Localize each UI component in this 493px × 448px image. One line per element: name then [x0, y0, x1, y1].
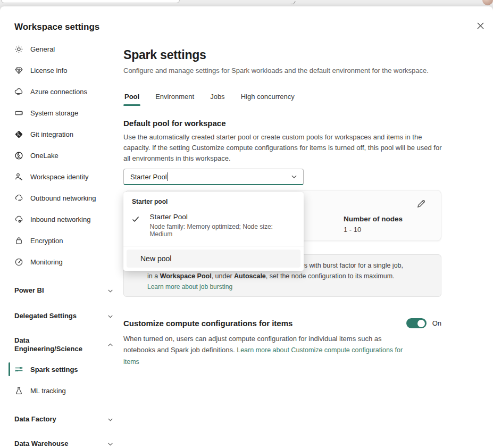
section-label: Data Engineering/Science: [14, 336, 89, 353]
sidebar-item-general[interactable]: General: [9, 38, 114, 60]
license-diamond-icon: [14, 66, 23, 75]
dropdown-option-starter-pool[interactable]: Starter Pool Node family: Memory optimiz…: [123, 209, 304, 243]
pool-dropdown-menu: Starter pool Starter Pool Node family: M…: [123, 192, 304, 271]
onelake-icon: [14, 151, 23, 160]
tab-pool[interactable]: Pool: [123, 90, 140, 107]
dropdown-group-label: Starter pool: [123, 196, 304, 209]
toggle-knob: [417, 320, 425, 327]
sidebar-item-license-info[interactable]: License info: [9, 60, 114, 81]
page-title: Spark settings: [123, 48, 464, 62]
number-of-nodes: Number of nodes 1 - 10: [344, 215, 403, 234]
sidebar-item-label: Git integration: [30, 130, 73, 138]
chevron-down-icon: [107, 416, 114, 423]
cloud-outbound-icon: [14, 194, 23, 203]
sidebar-item-workspace-identity[interactable]: Workspace identity: [9, 166, 114, 187]
sidebar-item-outbound-networking[interactable]: Outbound networking: [9, 187, 114, 209]
sidebar-section-data-factory[interactable]: Data Factory: [9, 409, 114, 430]
chevron-down-icon: [107, 313, 114, 320]
text-caret: [168, 172, 168, 181]
sidebar-section-delegated-settings[interactable]: Delegated Settings: [9, 305, 114, 327]
customize-description: When turned on, users can adjust compute…: [123, 333, 413, 368]
active-tab-indicator: [123, 104, 140, 106]
sidebar-item-spark-settings[interactable]: Spark settings: [9, 359, 114, 380]
section-label: Power BI: [14, 286, 44, 295]
sidebar-item-git-integration[interactable]: Git integration: [9, 123, 114, 145]
sidebar-item-label: ML tracking: [30, 387, 66, 395]
sidebar-item-inbound-networking[interactable]: Inbound networking: [9, 209, 114, 230]
info-line-2: in a Workspace Pool, under Autoscale, se…: [147, 271, 433, 281]
tab-environment[interactable]: Environment: [154, 90, 195, 107]
sidebar-item-label: System storage: [30, 109, 78, 117]
chevron-down-icon: [107, 441, 114, 447]
cloud-connection-icon: [14, 87, 23, 96]
tab-jobs[interactable]: Jobs: [209, 90, 225, 107]
sliders-icon: [14, 365, 23, 374]
pool-combobox[interactable]: Starter Pool: [123, 169, 304, 185]
section-label: Delegated Settings: [14, 312, 77, 320]
dialog-title: Workspace settings: [14, 22, 99, 32]
sidebar-item-label: Monitoring: [30, 258, 63, 266]
settings-sidebar: General License info Azure connections S…: [9, 38, 114, 448]
sidebar-item-label: License info: [30, 67, 67, 74]
chevron-down-icon[interactable]: [290, 173, 298, 180]
sidebar-item-azure-connections[interactable]: Azure connections: [9, 81, 114, 102]
user-avatar[interactable]: [482, 0, 493, 5]
selected-indicator: [9, 362, 10, 376]
checkmark-icon: [132, 213, 150, 238]
page-subtitle: Configure and manage settings for Spark …: [123, 67, 464, 74]
dropdown-option-new-pool[interactable]: New pool: [127, 250, 300, 268]
storage-icon: [14, 109, 23, 118]
customize-heading: Customize compute configurations for ite…: [123, 319, 293, 328]
workspace-settings-dialog: Workspace settings General License info …: [0, 6, 493, 448]
gauge-icon: [14, 258, 23, 267]
dropdown-divider: [123, 246, 304, 246]
chevron-up-icon: [107, 342, 114, 349]
nodes-label: Number of nodes: [344, 215, 403, 223]
sidebar-item-ml-tracking[interactable]: ML tracking: [9, 380, 114, 401]
top-app-bar: [0, 0, 493, 6]
default-pool-heading: Default pool for workspace: [123, 119, 464, 128]
chevron-down-icon: [107, 287, 114, 294]
section-label: Data Warehouse: [14, 439, 68, 448]
global-search-input[interactable]: [1, 0, 180, 3]
close-button[interactable]: [472, 17, 489, 34]
close-icon: [477, 22, 484, 30]
sidebar-section-power-bi[interactable]: Power BI: [9, 280, 114, 301]
sidebar-section-data-warehouse[interactable]: Data Warehouse: [9, 433, 114, 448]
toggle-state-label: On: [432, 319, 441, 327]
lock-icon: [14, 236, 23, 245]
nodes-value: 1 - 10: [344, 226, 403, 234]
sidebar-item-label: Azure connections: [30, 88, 87, 96]
spark-settings-panel: Spark settings Configure and manage sett…: [123, 48, 464, 368]
sidebar-item-encryption[interactable]: Encryption: [9, 230, 114, 251]
default-pool-description: Use the automatically created starter po…: [123, 132, 442, 164]
section-label: Data Factory: [14, 415, 56, 424]
customize-toggle[interactable]: [406, 318, 427, 328]
sidebar-section-data-engineering-science[interactable]: Data Engineering/Science: [9, 331, 114, 359]
tab-high-concurrency[interactable]: High concurrency: [240, 90, 296, 107]
sidebar-item-label: Spark settings: [30, 366, 78, 374]
flask-icon: [14, 386, 23, 395]
identity-icon: [14, 172, 23, 181]
job-bursting-link[interactable]: Learn more about job bursting: [147, 283, 232, 291]
sidebar-item-monitoring[interactable]: Monitoring: [9, 251, 114, 272]
sidebar-item-label: Inbound networking: [30, 215, 90, 223]
pool-combobox-value: Starter Pool: [130, 173, 167, 181]
option-detail: Node family: Memory optimized; Node size…: [150, 223, 295, 238]
sidebar-item-label: Outbound networking: [30, 194, 96, 202]
settings-tabs: Pool Environment Jobs High concurrency: [123, 90, 464, 107]
sidebar-item-onelake[interactable]: OneLake: [9, 145, 114, 166]
gear-icon: [14, 45, 23, 54]
sidebar-item-label: General: [30, 45, 55, 53]
sidebar-item-label: Encryption: [30, 237, 63, 245]
option-label: Starter Pool: [150, 213, 295, 221]
edit-pencil-icon[interactable]: [416, 199, 426, 209]
git-icon: [14, 130, 23, 139]
app-bar-glyph: [290, 1, 295, 4]
sidebar-item-system-storage[interactable]: System storage: [9, 102, 114, 123]
cloud-inbound-icon: [14, 215, 23, 224]
sidebar-item-label: OneLake: [30, 152, 59, 160]
sidebar-item-label: Workspace identity: [30, 173, 89, 181]
